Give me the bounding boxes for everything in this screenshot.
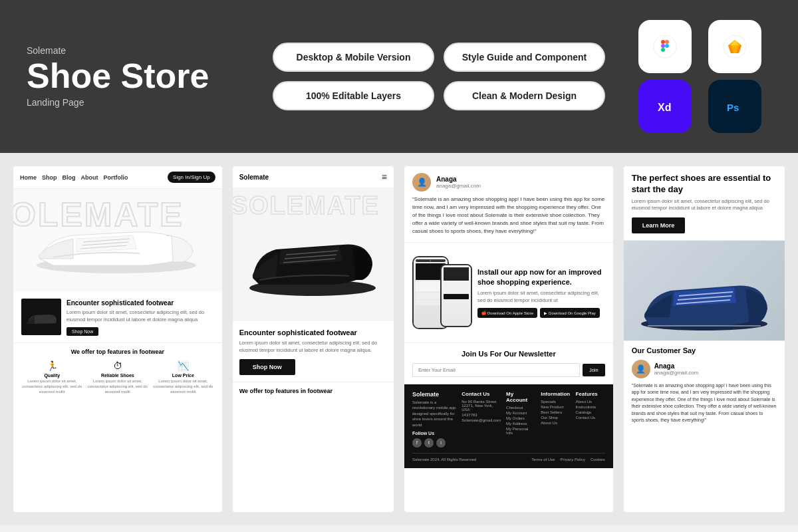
customer-review-text: "Solemate is an amazing shoe shopping ap… [632,382,777,424]
footer-about-us[interactable]: About Us [541,421,570,425]
footer-my-account[interactable]: My Account [506,411,535,415]
footer-bottom: Solemate 2024. All Rights Reserved Terms… [412,453,605,462]
footer-grid: Solemate Solemate is a revolutionary mob… [412,391,605,448]
badge-desktop-mobile[interactable]: Desktop & Mobile Version [273,43,434,72]
mobile-shop-button[interactable]: Shop Now [239,359,295,375]
card4-title: The perfect shoes are essential to start… [632,173,777,196]
join-button[interactable]: Join [583,364,605,376]
phone-mockup: ≡ [412,249,472,336]
svg-rect-2 [665,40,669,44]
customer-details: Anaga anaga@gmail.com [654,362,699,376]
nav-about[interactable]: About [81,174,98,181]
desktop-preview-card: Home Shop Blog About Portfolio Sign In/S… [13,166,222,512]
reliable-icon: ⏱ [87,360,149,371]
nav-shop[interactable]: Shop [42,174,57,181]
app-promo-desc: Lorem ipsum dolor sit amet, consectetur … [477,290,605,304]
footer-catalogs[interactable]: Catalogs [575,410,604,414]
encounter-title: Encounter sophisticated footwear [66,299,214,307]
mobile-encounter-desc: Lorem ipsum dolor sit amet, consectetur … [239,340,387,354]
footer-checkout[interactable]: Checkout [506,406,535,410]
mobile-header: Solemate ≡ [233,166,394,188]
footer-my-address[interactable]: My Address [506,422,535,426]
phone-nav-bar: ≡ [416,259,446,262]
sign-in-button[interactable]: Sign In/Sign Up [168,172,215,183]
mobile-preview-card: Solemate ≡ SOLEMATE [233,166,394,512]
badge-clean-design[interactable]: Clean & Modern Design [444,81,605,110]
sketch-icon[interactable] [708,20,761,73]
card4-desc: Lorem ipsum dolor sit amet, consectetur … [632,198,777,212]
footer-address: No 90 Banks Street 12271, New York, USA [462,400,501,412]
app-icons-grid: Xd Ps [638,20,771,133]
review-text: "Solemate is an amazing shoe shopping ap… [412,196,605,235]
footer-our-shop[interactable]: Our Shop [541,416,570,420]
footer-best-sellers[interactable]: Best Sellers [541,410,570,414]
svg-text:Xd: Xd [658,102,671,113]
footer-account-title: My Account [506,391,535,403]
footer-new-product[interactable]: New Product [541,405,570,409]
footer-brand-col: Solemate Solemate is a revolutionary mob… [412,391,456,448]
reviewer-details: Anaga anaga@gmail.com [436,176,481,189]
google-play-label: Download On Google Play [549,311,596,315]
footer-info-title: Information [541,391,570,397]
learn-more-button[interactable]: Learn More [632,217,686,233]
footer-about[interactable]: About Us [575,400,604,404]
feature-reliable-name: Reliable Shoes [87,373,149,378]
photoshop-icon[interactable]: Ps [708,80,761,133]
footer-brand-name: Solemate [412,391,456,398]
footer-info-col: Information Specials New Product Best Se… [541,391,570,448]
reviewer-info: 👤 Anaga anaga@gmail.com [412,173,605,192]
nav-blog[interactable]: Blog [63,174,76,181]
header-badges: Desktop & Mobile Version Style Guide and… [273,43,605,110]
facebook-icon[interactable]: f [412,438,422,448]
footer-section: Solemate Solemate is a revolutionary mob… [404,384,613,468]
footer-features-col: Features About Us Instructions Catalogs … [575,391,604,448]
customer-name: Anaga [654,362,699,370]
content-area: Home Shop Blog About Portfolio Sign In/S… [0,153,798,525]
white-shoe-svg [13,199,213,279]
footer-brand-desc: Solemate is a revolutionary mobile app d… [412,400,456,428]
footer-email: Solemate@gmail.com [462,418,501,422]
instagram-icon[interactable]: i [436,438,446,448]
footer-personal-info[interactable]: My Personal Info [506,427,535,435]
svg-text:Ps: Ps [727,102,739,113]
svg-rect-1 [661,40,665,44]
hero-section: OLEMATE [13,189,222,292]
feature-reliable: ⏱ Reliable Shoes Lorem ipsum dolor sit a… [87,360,149,394]
email-input[interactable] [412,363,580,377]
privacy-link[interactable]: Privacy Policy [561,458,585,462]
mobile-features-title: We offer top features in footwear [233,382,394,397]
badge-style-guide[interactable]: Style Guide and Component [444,43,605,72]
customer-reviewer-info: 👤 Anaga anaga@gmail.com [632,360,777,378]
feature-quality-desc: Lorem ipsum dolor sit amet, consectetur … [21,379,83,394]
app-promo-section: ≡ In [404,243,613,343]
twitter-icon[interactable]: t [424,438,434,448]
app-promo-text: Install our app now for an improved shoe… [477,267,605,319]
cookies-link[interactable]: Cookies [591,458,605,462]
reviewer-avatar: 👤 [412,173,431,192]
google-play-button[interactable]: ▶ Download On Google Play [540,308,600,318]
customer-avatar: 👤 [632,360,650,378]
follow-us-label: Follow Us [412,431,456,436]
nav-home[interactable]: Home [20,174,37,181]
nav-portfolio[interactable]: Portfolio [104,174,128,181]
adobe-xd-icon[interactable]: Xd [638,80,692,133]
feature-quality-name: Quality [21,373,83,378]
reviewer-email: anaga@gmail.com [436,183,481,189]
features-section: We offer top features in footwear 🏃 Qual… [13,342,222,400]
footer-contact[interactable]: Contact Us [575,416,604,420]
shop-now-button[interactable]: Shop Now [66,327,98,336]
phone-2 [440,264,472,327]
footer-specials[interactable]: Specials [541,400,570,404]
quality-icon: 🏃 [21,360,83,371]
footer-account-col: My Account Checkout My Account My Orders… [506,391,535,448]
terms-link[interactable]: Terms of Use [531,458,555,462]
small-shoe-icon [23,305,60,329]
badge-editable-layers[interactable]: 100% Editable Layers [273,81,434,110]
figma-icon[interactable] [638,20,692,73]
customer-say-title: Our Customer Say [632,346,777,354]
hamburger-menu[interactable]: ≡ [382,172,387,182]
apple-store-button[interactable]: 🍎 Download On Apple Store [477,308,537,318]
footer-my-orders[interactable]: My Orders [506,416,535,420]
footer-contact-title: Contact Us [462,391,501,397]
footer-instructions[interactable]: Instructions [575,405,604,409]
